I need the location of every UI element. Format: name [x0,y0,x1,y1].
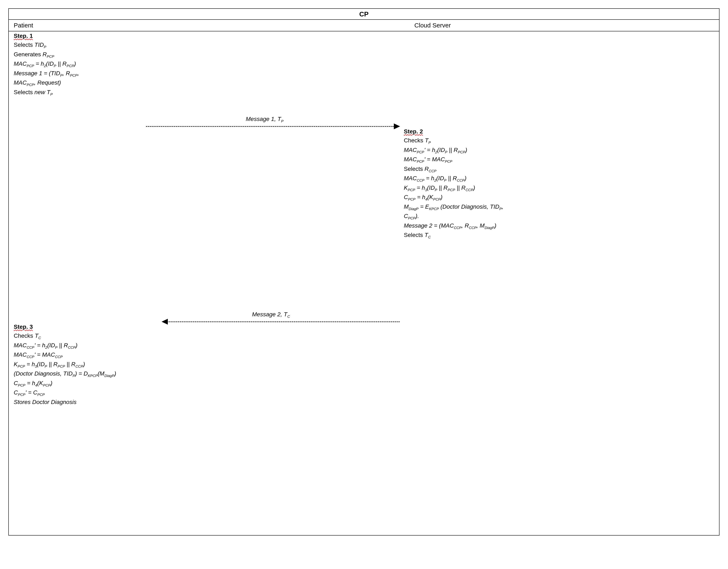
step-3-line-1: Checks TC [14,331,346,341]
step-3-line-7: CPCP' = CPCP [14,388,346,397]
header-patient: Patient [9,20,409,31]
step-2-title: Step. 2 [404,128,423,135]
protocol-table: CP Patient Cloud Server Step. 1 Selects … [8,8,719,536]
step-3-line-4: KPCP = h3(IDP || RPCP || RCCP) [14,360,346,369]
step-1: Step. 1 Selects TIDP Generates RPCP MACP… [14,31,346,97]
step-2-line-7: CPCP = h4(KPCP) [404,193,712,202]
step-3-title: Step. 3 [14,323,33,330]
step-2-line-3: MACPCP' = MACPCP [404,155,712,164]
step-2-line-2: MACPCP' = h2(IDP || RPCP) [404,146,712,155]
step-1-line-6: Selects new TP [14,88,346,97]
header-patient-label: Patient [14,22,33,29]
step-3-line-2: MACCCP' = h2(IDP || RCCP) [14,341,346,350]
step-1-line-2: Generates RPCP [14,50,346,59]
step-3-line-5: (Doctor Diagnosis, TIDP) = DKPCP(MDiagP) [14,369,346,379]
title-cell: CP [9,9,719,20]
step-2-line-5: MACCCP = h2(IDP || RCCP) [404,174,712,183]
title-text: CP [359,10,368,18]
step-2-line-10: Message 2 = (MACCCP, RCCP, MDiagP) [404,221,712,231]
step-1-line-3: MACPCP = h2(IDP || RPCP) [14,59,346,69]
step-1-line-4: Message 1 = (TIDP, RPCP, [14,69,346,78]
step-1-title: Step. 1 [14,33,33,39]
header-row: Patient Cloud Server [9,20,719,31]
arrow-1-label: Message 1, TP [246,116,283,124]
step-3-line-3: MACCCP' = MACCCP [14,350,346,360]
step-2-line-1: Checks TP [404,136,712,146]
header-cloud: Cloud Server [409,20,719,31]
step-2-line-9: CPCP). [404,212,712,221]
header-cloud-label: Cloud Server [414,22,451,29]
body: Step. 1 Selects TIDP Generates RPCP MACP… [9,31,719,535]
arrow-message-2 [167,321,400,322]
step-3-line-8: Stores Doctor Diagnosis [14,397,346,406]
arrow-1-head-icon [394,124,400,129]
step-2-line-4: Selects RCCP [404,164,712,174]
step-2: Step. 2 Checks TP MACPCP' = h2(IDP || RP… [404,127,712,240]
step-2-line-6: KPCP = h3(IDP || RPCP || RCCP) [404,183,712,193]
arrow-message-1 [146,126,396,127]
step-2-line-8: MDiagP = EKPCP (Doctor Diagnosis, TIDP, [404,202,712,212]
step-1-line-1: Selects TIDP [14,40,346,50]
arrow-2-label: Message 2, TC [252,311,290,319]
step-2-line-11: Selects TC [404,231,712,240]
step-1-line-5: MACPCP, Request) [14,78,346,88]
step-3: Step. 3 Checks TC MACCCP' = h2(IDP || RC… [14,322,346,406]
step-3-line-6: CPCP = h4(KPCP) [14,379,346,388]
